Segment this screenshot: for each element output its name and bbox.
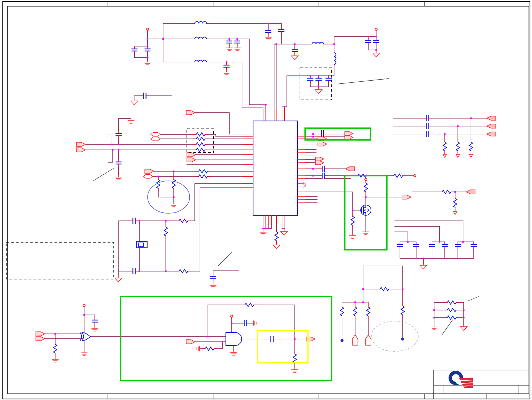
dashed-note-box <box>6 242 114 279</box>
dashed-box-capacitors <box>300 68 332 100</box>
and-gate <box>226 332 242 346</box>
schematic-sheet <box>0 0 532 400</box>
schematic-canvas <box>0 0 532 400</box>
mosfet <box>361 205 371 215</box>
main-ic <box>243 106 307 225</box>
no-connect-marks <box>303 182 306 187</box>
gray-dashed-ellipse-annotation <box>371 321 418 351</box>
wire-bottom-middle <box>342 266 403 339</box>
ic-bottom-pins <box>263 215 284 225</box>
inductors <box>192 21 336 67</box>
wire-crystal-section <box>118 184 253 283</box>
ic-top-pins <box>263 106 284 121</box>
crystal <box>137 242 147 248</box>
net-dots <box>341 338 404 342</box>
wire-top-section <box>134 23 376 121</box>
ic-left-pins <box>243 134 253 188</box>
title-block <box>434 370 529 399</box>
wire-left-section <box>86 96 253 202</box>
wire-ic-bottom <box>263 215 284 244</box>
yellow-highlight-box <box>258 331 308 363</box>
wire-bottom-right <box>434 302 464 325</box>
company-logo-icon <box>450 372 473 388</box>
ic-right-pins <box>298 134 307 202</box>
